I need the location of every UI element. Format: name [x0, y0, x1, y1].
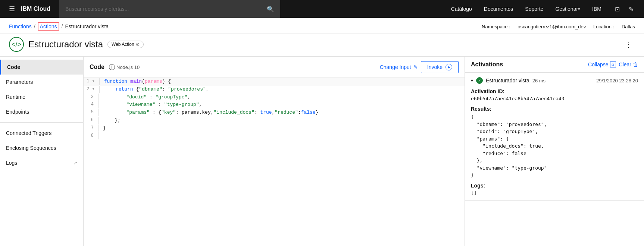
expand-icon-button[interactable]: ⊡ — [610, 0, 624, 18]
search-input[interactable] — [59, 0, 261, 18]
line-content-7: } — [99, 124, 110, 132]
sidebar-item-parameters-label: Parameters — [6, 79, 33, 85]
code-line-3: 3 "docid" : "groupType", — [84, 94, 465, 101]
change-input-button[interactable]: Change Input ✎ — [380, 64, 418, 70]
page-title: Estructurador vista — [28, 39, 103, 50]
change-input-edit-icon: ✎ — [413, 64, 418, 70]
line-content-5: "params" : {"key": params.key,"include_d… — [99, 109, 323, 117]
sidebar-item-endpoints-label: Endpoints — [6, 109, 29, 115]
breadcrumb-functions-link[interactable]: Functions — [9, 23, 32, 29]
code-line-4: 4 "viewname" : "type-group", — [84, 101, 465, 109]
breadcrumb-meta: Namespace : oscar.gutierrez1@ibm.com_dev… — [476, 24, 635, 29]
line-num-1: 1 ▾ — [84, 78, 100, 85]
activation-timestamp: 29/1/2020 23:28:20 — [596, 78, 638, 83]
namespace-value: oscar.gutierrez1@ibm.com_dev — [518, 24, 586, 29]
search-icon-button[interactable]: 🔍 — [261, 0, 280, 18]
sidebar-item-enclosing-sequences[interactable]: Enclosing Sequences — [0, 141, 83, 155]
sidebar-item-parameters[interactable]: Parameters — [0, 75, 83, 89]
clear-label: Clear — [619, 62, 631, 67]
code-line-8: 8 — [84, 132, 465, 139]
activation-detail: Activation ID: e60b547a7aec41ea8b547a7ae… — [471, 88, 638, 196]
sidebar-item-connected-triggers-label: Connected Triggers — [6, 130, 51, 136]
brand-label: IBM Cloud — [21, 6, 50, 12]
activation-time-ms: 26 ms — [532, 78, 545, 83]
invoke-label: Invoke — [427, 64, 443, 70]
activation-id-label: Activation ID: — [471, 88, 638, 94]
chevron-down-icon: ▾ — [471, 78, 473, 83]
line-num-5: 5 — [84, 109, 99, 116]
page-title-row: </> Estructurador vista Web Action ⊘ — [9, 37, 144, 52]
collapse-button[interactable]: Collapse ⊡ — [588, 62, 616, 67]
code-line-5: 5 "params" : {"key": params.key,"include… — [84, 109, 465, 117]
activation-id-value: e60b547a7aec41ea8b547a7aec41ea43 — [471, 96, 638, 101]
main-layout: Code Parameters Runtime Endpoints Connec… — [0, 57, 644, 246]
sidebar-item-endpoints[interactable]: Endpoints — [0, 104, 83, 119]
code-line-1: 1 ▾ function main(params) { — [84, 78, 465, 86]
collapse-icon: ⊡ — [610, 62, 616, 67]
page-icon: </> — [9, 37, 24, 52]
line-num-7: 7 — [84, 124, 99, 132]
line-content-6: }; — [99, 117, 125, 124]
code-panel-header: Code i Node.js 10 Change Input ✎ Invoke … — [84, 57, 465, 78]
line-content-3: "docid" : "groupType", — [99, 94, 195, 101]
location-value: Dallas — [622, 24, 635, 29]
success-icon: ✓ — [476, 77, 483, 84]
line-num-4: 4 — [84, 101, 99, 108]
clear-button[interactable]: Clear 🗑 — [619, 62, 638, 67]
nav-ibm-button[interactable]: IBM — [586, 0, 607, 18]
hamburger-menu-button[interactable]: ☰ — [6, 2, 18, 16]
trash-icon: 🗑 — [633, 62, 638, 67]
top-navigation: ☰ IBM Cloud 🔍 Catálogo Documentos Soport… — [0, 0, 644, 18]
invoke-button[interactable]: Invoke ▶ — [421, 61, 459, 73]
sidebar-item-runtime[interactable]: Runtime — [0, 89, 83, 104]
activation-logs: [] — [471, 190, 638, 196]
runtime-info-label: Node.js 10 — [116, 64, 140, 70]
line-num-6: 6 — [84, 117, 99, 124]
logs-label: Logs: — [471, 183, 638, 189]
sidebar-item-logs-label: Logs — [6, 160, 17, 166]
logs-external-icon: ↗ — [74, 160, 77, 165]
activations-panel-header: Activations Collapse ⊡ Clear 🗑 — [465, 57, 644, 73]
breadcrumb-sep-2: / — [62, 23, 63, 29]
activations-title: Activations — [471, 61, 588, 68]
breadcrumb-bar: Functions / Actions / Estructurador vist… — [0, 18, 644, 34]
sidebar-item-connected-triggers[interactable]: Connected Triggers — [0, 126, 83, 141]
activations-panel: Activations Collapse ⊡ Clear 🗑 ▾ ✓ Estru… — [465, 57, 644, 246]
collapse-label: Collapse — [588, 62, 608, 67]
page-more-button[interactable]: ⋮ — [622, 38, 635, 50]
sidebar-item-code-label: Code — [7, 64, 20, 70]
code-panel: Code i Node.js 10 Change Input ✎ Invoke … — [84, 57, 465, 246]
info-circle-icon: i — [109, 64, 115, 70]
web-action-label: Web Action — [112, 42, 134, 47]
web-action-badge[interactable]: Web Action ⊘ — [107, 41, 143, 48]
runtime-info-badge: i Node.js 10 — [109, 64, 140, 70]
nav-soporte-button[interactable]: Soporte — [519, 0, 549, 18]
topnav-links: Catálogo Documentos Soporte Gestionar IB… — [445, 0, 607, 18]
nav-documentos-button[interactable]: Documentos — [478, 0, 519, 18]
nav-gestionar-button[interactable]: Gestionar — [549, 0, 586, 18]
activation-results: { "dbname": "proveedores", "docid": "gro… — [471, 113, 638, 179]
line-num-2: 2 ▾ — [84, 86, 100, 93]
results-label: Results: — [471, 106, 638, 112]
sidebar-item-enclosing-sequences-label: Enclosing Sequences — [6, 145, 56, 151]
sidebar-divider — [0, 122, 83, 123]
sidebar: Code Parameters Runtime Endpoints Connec… — [0, 57, 84, 246]
sidebar-item-runtime-label: Runtime — [6, 94, 25, 100]
breadcrumb: Functions / Actions / Estructurador vist… — [9, 22, 109, 31]
sidebar-item-logs[interactable]: Logs ↗ — [0, 155, 83, 170]
breadcrumb-sep-1: / — [34, 23, 35, 29]
code-editor[interactable]: 1 ▾ function main(params) { 2 ▾ return {… — [84, 78, 465, 246]
activation-summary[interactable]: ▾ ✓ Estructurador vista 26 ms 29/1/2020 … — [471, 77, 638, 84]
nav-catalog-button[interactable]: Catálogo — [445, 0, 478, 18]
breadcrumb-current: Estructurador vista — [65, 23, 109, 29]
line-content-1: function main(params) { — [100, 78, 175, 86]
line-content-4: "viewname" : "type-group", — [99, 101, 206, 109]
sidebar-item-code[interactable]: Code — [0, 60, 83, 75]
code-line-2: 2 ▾ return {"dbname": "proveedores", — [84, 86, 465, 94]
page-header: </> Estructurador vista Web Action ⊘ ⋮ — [0, 34, 644, 57]
edit-icon-button[interactable]: ✎ — [624, 0, 638, 18]
namespace-label: Namespace : — [482, 24, 510, 29]
breadcrumb-actions-link[interactable]: Actions — [38, 22, 59, 31]
content-area: Code i Node.js 10 Change Input ✎ Invoke … — [84, 57, 644, 246]
code-panel-actions: Change Input ✎ Invoke ▶ — [380, 61, 459, 73]
